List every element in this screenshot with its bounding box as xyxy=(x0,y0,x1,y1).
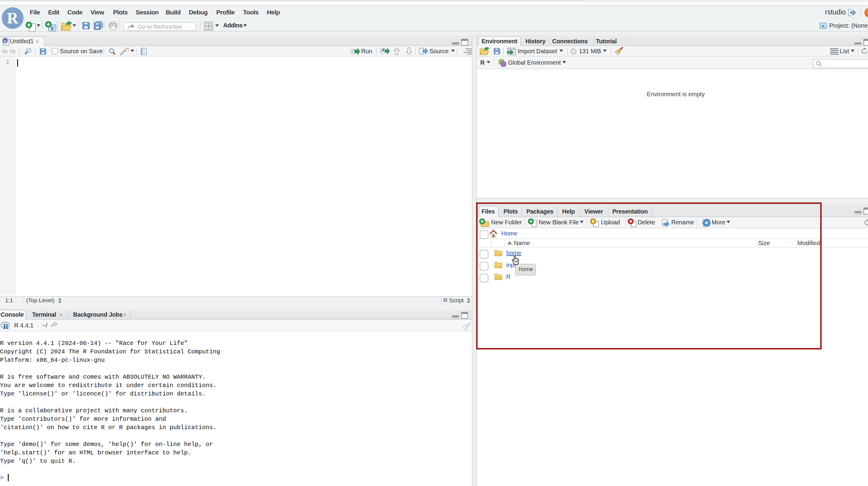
svg-text:R: R xyxy=(822,24,825,28)
svg-text:R: R xyxy=(3,322,9,330)
svg-text:R: R xyxy=(51,27,54,31)
svg-text:R: R xyxy=(4,39,7,43)
